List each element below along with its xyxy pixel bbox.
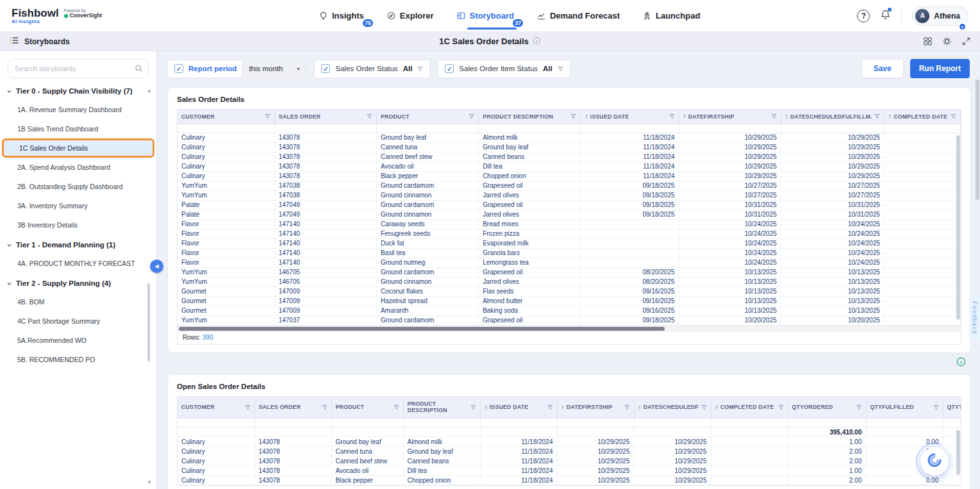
column-header-datefirstship[interactable]: ↑DATEFIRSTSHIP	[557, 397, 634, 419]
column-filter-cell[interactable]	[634, 419, 711, 427]
column-header-issued-date[interactable]: ↑ISSUED DATE	[480, 397, 557, 419]
column-header-sales-order[interactable]: SALES ORDER	[254, 397, 331, 419]
table-row[interactable]: Culinary143078Black pepperChopped onion1…	[178, 171, 961, 181]
table-row[interactable]: Culinary143078Black pepperChopped onion1…	[178, 476, 961, 485]
gear-icon[interactable]	[942, 37, 952, 46]
sort-asc-icon[interactable]: ↑	[683, 113, 686, 120]
column-header-sales-order[interactable]: SALES ORDER	[274, 110, 376, 124]
column-header-qtyfulfilled[interactable]: QTYFULFILLED	[866, 397, 943, 419]
sort-asc-icon[interactable]: ↑	[785, 113, 788, 120]
column-filter-cell[interactable]	[178, 419, 254, 427]
nav-item-insights[interactable]: Insights75	[319, 0, 364, 32]
search-input[interactable]	[8, 59, 149, 78]
filter-funnel-icon[interactable]	[394, 404, 399, 410]
sidebar-item-1c-sales-order-details[interactable]: 1C Sales Order Details	[2, 138, 154, 158]
column-header-product-description[interactable]: PRODUCT DESCRIPTION	[403, 397, 480, 419]
notifications-button[interactable]	[880, 9, 891, 23]
sort-asc-icon[interactable]: ↑	[638, 404, 642, 411]
feedback-tab[interactable]: Feedback	[969, 295, 980, 341]
sales-order-status-checkbox[interactable]: ✓	[321, 64, 330, 73]
column-header-datefirstship[interactable]: ↑DATEFIRSTSHIP	[679, 110, 781, 124]
sidebar-item-3b-inventory-details[interactable]: 3B Inventory Details	[0, 215, 156, 235]
horizontal-scrollbar[interactable]	[178, 326, 961, 331]
sidebar-collapse-button[interactable]: ◀	[150, 260, 163, 273]
vertical-scrollbar[interactable]	[956, 430, 960, 475]
table-row[interactable]: Flavor147140Ground nutmegLemongrass tea1…	[178, 258, 961, 267]
table-row[interactable]: Culinary143078Ground bay leafAlmond milk…	[178, 133, 961, 142]
column-filter-cell[interactable]	[781, 124, 884, 133]
vertical-scrollbar[interactable]	[956, 135, 960, 320]
table-row[interactable]: Culinary143078Ground bay leafAlmond milk…	[178, 437, 961, 447]
storyboards-list-icon[interactable]	[9, 36, 19, 47]
column-filter-cell[interactable]	[943, 419, 961, 427]
table-row[interactable]: YumYum147038Ground cinnamonJarred olives…	[178, 190, 961, 200]
table-row[interactable]: Culinary143078Canned beef stewCanned bea…	[178, 456, 961, 466]
column-filter-cell[interactable]	[331, 419, 403, 427]
filter-funnel-icon[interactable]	[933, 404, 939, 410]
sidebar-item-2b-outstanding-supply-dashboard[interactable]: 2B. Outstanding Supply Dashboard	[0, 177, 156, 196]
table-row[interactable]: Culinary143078Canned tunaGround bay leaf…	[178, 142, 961, 152]
table-row[interactable]: YumYum147037Ground cardamomGrapeseed oil…	[178, 315, 961, 325]
sales-order-item-status-checkbox[interactable]: ✓	[445, 64, 454, 73]
filter-funnel-icon[interactable]	[624, 404, 630, 410]
nav-item-demand-forecast[interactable]: Demand Forecast	[537, 0, 620, 32]
scroll-up-arrow[interactable]: ▲	[147, 88, 152, 94]
filter-funnel-icon[interactable]	[951, 113, 956, 119]
table-row[interactable]: Flavor147140Caraway seedsBread mixes10/2…	[178, 219, 961, 229]
column-header-customer[interactable]: CUSTOMER	[178, 397, 254, 419]
column-header-datescheduledf[interactable]: ↑DATESCHEDULEDF...	[634, 397, 711, 419]
sort-asc-icon[interactable]: ↑	[485, 404, 488, 411]
sidebar-group-tier-2-supply-planning-4[interactable]: Tier 2 - Supply Planning (4)	[0, 273, 156, 292]
sidebar-item-1a-revenue-summary-dashboard[interactable]: 1A. Revenue Summary Dashboard	[0, 100, 156, 119]
table-row[interactable]: Culinary143078Avocado oilDill tea11/18/2…	[178, 162, 961, 171]
table-row[interactable]: Flavor147140Duck fatEvaporated milk10/24…	[178, 238, 961, 248]
report-period-checkbox[interactable]: ✓	[174, 64, 183, 73]
sidebar-item-5b-recommended-po[interactable]: 5B. RECOMMENDED PO	[0, 350, 156, 369]
filter-funnel-icon[interactable]	[469, 113, 474, 119]
page-scrollbar[interactable]	[976, 79, 979, 200]
filter-funnel-icon[interactable]	[558, 66, 563, 72]
column-filter-cell[interactable]	[711, 419, 788, 427]
sidebar-item-3a-inventory-summary[interactable]: 3A. Inventory Summary	[0, 196, 156, 215]
scroll-down-arrow[interactable]: ▼	[147, 479, 152, 485]
table-row[interactable]: YumYum147038Ground cardamomGrapeseed oil…	[178, 181, 961, 190]
column-filter-cell[interactable]	[557, 419, 634, 427]
column-header-completed-date[interactable]: ↑COMPLETED DATE	[711, 397, 788, 419]
column-header-qtyordered[interactable]: QTYORDERED	[788, 397, 866, 419]
sidebar-item-4a-product-monthly-forecast[interactable]: 4A. PRODUCT MONTHLY FORECAST	[0, 254, 156, 273]
nav-item-explorer[interactable]: Explorer	[387, 0, 434, 32]
filter-funnel-icon[interactable]	[245, 404, 251, 410]
filter-funnel-icon[interactable]	[547, 404, 553, 410]
sidebar-group-tier-1-demand-planning-1[interactable]: Tier 1 - Demand Planning (1)	[0, 235, 156, 254]
filter-funnel-icon[interactable]	[417, 66, 423, 72]
column-header-product[interactable]: PRODUCT	[376, 110, 478, 124]
filter-funnel-icon[interactable]	[771, 113, 777, 119]
table-row[interactable]: Palate147049Ground cinnamonJarred olives…	[178, 210, 961, 219]
table-row[interactable]: Culinary143078Canned beef stewCanned bea…	[178, 152, 961, 162]
filter-funnel-icon[interactable]	[322, 404, 328, 410]
table-row[interactable]: Culinary143078Canned tunaGround bay leaf…	[178, 447, 961, 456]
filter-funnel-icon[interactable]	[570, 113, 576, 119]
table-row[interactable]: Flavor147140Fenugreek seedsFrozen pizza1…	[178, 229, 961, 238]
filter-funnel-icon[interactable]	[701, 404, 707, 410]
sidebar-item-1b-sales-trend-dashboard[interactable]: 1B Sales Trend Dashboard	[0, 119, 156, 138]
sidebar-scrollbar[interactable]	[147, 283, 150, 361]
report-period-dropdown[interactable]: this month ▾	[242, 60, 306, 78]
column-header-customer[interactable]: CUSTOMER	[178, 110, 274, 124]
sidebar-item-4b-bom[interactable]: 4B. BOM	[0, 292, 156, 311]
search-icon[interactable]	[135, 64, 143, 72]
assistant-chat-button[interactable]	[920, 447, 949, 476]
filter-funnel-icon[interactable]	[874, 113, 880, 119]
sort-asc-icon[interactable]: ↑	[561, 404, 565, 411]
table-row[interactable]: Flavor147140Basil teaGranola bars10/24/2…	[178, 248, 961, 258]
sidebar-item-5a-recommended-wo[interactable]: 5A.Recommended WO	[0, 331, 156, 350]
filter-funnel-icon[interactable]	[367, 113, 372, 119]
column-filter-cell[interactable]	[866, 419, 943, 427]
sidebar-item-4c-part-shortage-summary[interactable]: 4C Part Shortage Summary	[0, 311, 156, 331]
sort-asc-icon[interactable]: ↑	[585, 113, 588, 120]
column-filter-cell[interactable]	[403, 419, 480, 427]
nav-item-launchpad[interactable]: Launchpad	[643, 0, 700, 32]
filter-funnel-icon[interactable]	[856, 404, 862, 410]
nav-item-storyboard[interactable]: Storyboard37	[457, 0, 514, 32]
table-row[interactable]: Gourmet147009AmaranthBaking soda09/16/20…	[178, 306, 961, 315]
